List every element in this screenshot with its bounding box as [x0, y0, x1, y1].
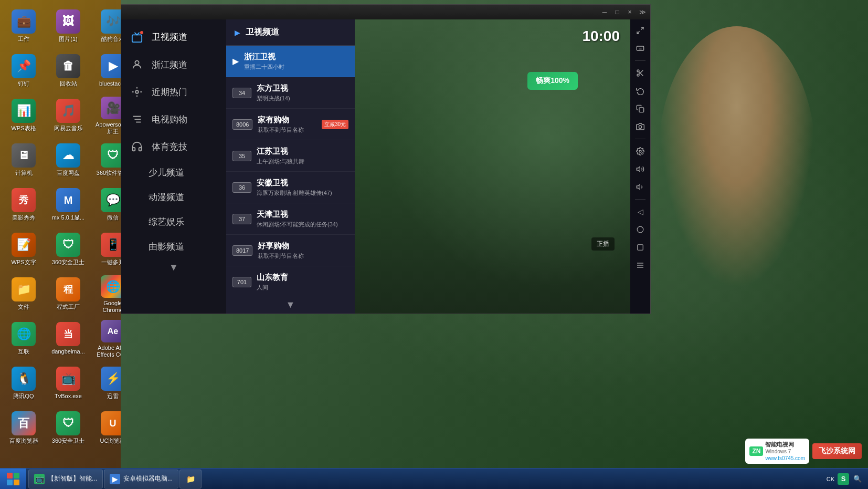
fullscreen-button[interactable]	[632, 23, 648, 38]
icon-label-wps-word: WPS文字	[11, 259, 36, 266]
taskbar-icon-bluestacks: ▶	[110, 474, 120, 484]
desktop-icon-pin[interactable]: 📌 钉钉	[3, 50, 45, 92]
icon-label-360safe: 360安全卫士	[52, 259, 84, 266]
desktop-icon-work[interactable]: 💼 工作	[3, 5, 45, 47]
desktop-icon-360safe[interactable]: 🛡 360安全卫士	[47, 228, 89, 270]
desktop-icons-area: 💼 工作 📌 钉钉 📊 WPS表格 🖥 计算机 秀 美影秀秀 📝 WPS文字	[0, 0, 121, 457]
icon-label-computer: 计算机	[15, 170, 33, 176]
zn-badge: ZN	[749, 446, 763, 456]
channel-program-jiangsu: 上午剧场:与狼共舞	[257, 158, 348, 165]
taskbar-item-xinzhijia[interactable]: 📺 【新智版】智能...	[28, 470, 103, 488]
channel-item-anhui[interactable]: 36 安徽卫视 海豚万家剧场:射雕英雄传(47)	[226, 172, 355, 203]
close-button[interactable]: ×	[624, 7, 636, 17]
desktop-icon-qq[interactable]: 🐧 腾讯QQ	[3, 362, 45, 404]
nav-item-movie[interactable]: 由影频道	[121, 234, 226, 259]
children-icon	[130, 167, 141, 179]
volume-up-button[interactable]	[632, 161, 648, 177]
tools-icon	[130, 112, 144, 127]
desktop-icon-tupian[interactable]: 🖼 图片(1)	[47, 5, 89, 47]
taskbar-item-bluestacks[interactable]: ▶ 安卓模拟器电脑...	[104, 470, 178, 488]
headphone-icon	[130, 139, 144, 154]
variety-icon	[130, 216, 141, 228]
win-quad-blue	[7, 480, 13, 485]
prev-button[interactable]: ◁	[632, 204, 648, 220]
desktop-icon-computer[interactable]: 🖥 计算机	[3, 139, 45, 181]
rotate-button[interactable]	[632, 83, 648, 99]
desktop-icon-tvbox[interactable]: 📺 TvBox.exe	[47, 362, 89, 404]
channel-badge-jiayou: 立减30元	[322, 120, 348, 129]
menu-list-button[interactable]	[632, 257, 648, 273]
icon-label-huilian: 互联	[18, 348, 29, 355]
desktop-icon-360-2[interactable]: 🛡 360安全卫士	[47, 407, 89, 449]
channel-item-jiayou[interactable]: 8006 家有购物 获取不到节目名称 立减30元	[226, 109, 355, 140]
keyboard-button[interactable]	[632, 40, 648, 56]
tv-channels-icon	[130, 30, 144, 45]
desktop-icon-huilian[interactable]: 🌐 互联	[3, 318, 45, 360]
nav-item-variety[interactable]: 综艺娱乐	[121, 210, 226, 234]
nav-item-recent-hot[interactable]: 近期热门	[121, 78, 226, 106]
settings-icon	[130, 85, 144, 99]
channel-item-zhejiang-tv[interactable]: ▶ 浙江卫视 重播二十四小时	[226, 46, 355, 77]
icon-label-weixin: 微信	[107, 214, 119, 221]
channel-item-shandong[interactable]: 701 山东教育 人间	[226, 266, 355, 296]
tray-search-icon[interactable]: 🔍	[852, 474, 863, 484]
desktop-icon-meiying[interactable]: 秀 美影秀秀	[3, 184, 45, 226]
toolbar-divider-3	[635, 199, 645, 200]
brand-info: 智能电视网 Windows 7 www.fs0745.com	[765, 441, 805, 462]
sidebar-scroll-down[interactable]: ▼	[121, 259, 226, 276]
win-quad-yellow	[14, 480, 19, 485]
maximize-button[interactable]: □	[611, 7, 623, 17]
minimize-button[interactable]: ─	[599, 7, 610, 17]
channel-list-scroll-down[interactable]: ▼	[226, 296, 355, 314]
settings-button[interactable]	[632, 143, 648, 159]
square-button[interactable]	[632, 240, 648, 255]
anime-icon	[130, 192, 141, 203]
extra-button[interactable]: ≫	[637, 7, 648, 17]
nav-item-zhejiang[interactable]: 浙江频道	[121, 51, 226, 78]
taskbar: 📺 【新智版】智能... ▶ 安卓模拟器电脑... 📁 CK S 🔍	[0, 468, 868, 489]
camera-button[interactable]	[632, 119, 648, 134]
nav-item-shopping[interactable]: 电视购物	[121, 106, 226, 133]
desktop-icon-baidu[interactable]: 百 百度浏览器	[3, 407, 45, 449]
icon-label-baiduyun: 百度网盘	[57, 170, 80, 176]
tray-wps-icon[interactable]: S	[838, 473, 849, 485]
icon-label-meiying: 美影秀秀	[12, 214, 35, 221]
channel-list-panel: ▶ 卫视频道 ▶ 浙江卫视 重播二十四小时 34 东方卫视	[226, 19, 355, 314]
copy-button[interactable]	[632, 101, 648, 117]
nav-item-children[interactable]: 少儿频道	[121, 160, 226, 185]
svg-point-1	[135, 61, 139, 65]
nav-label-zhejiang: 浙江频道	[152, 59, 187, 71]
taskbar-icon-files: 📁	[185, 474, 196, 484]
svg-marker-23	[637, 184, 640, 189]
nav-item-anime[interactable]: 动漫频道	[121, 185, 226, 210]
icon-label-work: 工作	[18, 36, 29, 43]
svg-point-21	[639, 150, 641, 152]
start-button[interactable]	[0, 469, 26, 490]
tv-content-area: 卫视频道 浙江频道 近期热门	[121, 19, 650, 314]
taskbar-item-files[interactable]: 📁	[179, 470, 202, 488]
channel-item-tianjin[interactable]: 37 天津卫视 休闲剧场:不可能完成的任务(34)	[226, 203, 355, 235]
channel-item-jiangsu[interactable]: 35 江苏卫视 上午剧场:与狼共舞	[226, 140, 355, 172]
circle-button[interactable]	[632, 222, 648, 237]
channel-item-dongfang[interactable]: 34 东方卫视 梨明决战(14)	[226, 77, 355, 109]
desktop-icon-file[interactable]: 📁 文件	[3, 273, 45, 315]
nav-item-tv-channels[interactable]: 卫视频道	[121, 24, 226, 51]
channel-item-haoxiang[interactable]: 8017 好享购物 获取不到节目名称	[226, 235, 355, 266]
volume-down-button[interactable]	[632, 179, 648, 195]
desktop-icon-baiduyun[interactable]: ☁ 百度网盘	[47, 139, 89, 181]
icon-label-yingmu: 迅雷	[107, 393, 119, 400]
desktop-icon-dangbei[interactable]: 当 dangbeima...	[47, 318, 89, 360]
nav-item-sports[interactable]: 体育竞技	[121, 133, 226, 160]
desktop-icon-zhijia[interactable]: 程 程式工厂	[47, 273, 89, 315]
channel-info-jiangsu: 江苏卫视 上午剧场:与狼共舞	[257, 147, 348, 165]
desktop-icon-wps-table[interactable]: 📊 WPS表格	[3, 95, 45, 137]
nav-label-movie: 由影频道	[149, 241, 184, 253]
svg-rect-19	[639, 108, 644, 112]
desktop-icon-wps-word[interactable]: 📝 WPS文字	[3, 228, 45, 270]
svg-point-2	[135, 90, 139, 93]
desktop-icon-mx[interactable]: M mx 5.0.1显...	[47, 184, 89, 226]
scissors-button[interactable]	[632, 65, 648, 81]
desktop-icon-recycle[interactable]: 🗑 回收站	[47, 50, 89, 92]
desktop-icon-163music[interactable]: 🎵 网易云音乐	[47, 95, 89, 137]
channel-list-title: 卫视频道	[246, 27, 279, 38]
